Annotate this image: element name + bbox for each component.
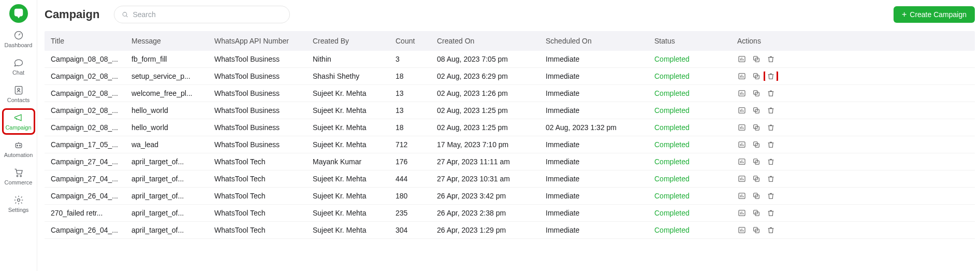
cell-count: 180 (391, 192, 433, 200)
sidebar-item-label: Dashboard (5, 42, 33, 48)
commerce-icon (13, 167, 24, 178)
table-row: Campaign_02_08_...hello_worldWhatsTool B… (45, 102, 975, 119)
cell-actions (733, 72, 785, 81)
cell-scheduled-on: Immediate (542, 158, 650, 166)
svg-point-4 (17, 145, 18, 146)
cell-scheduled-on: Immediate (542, 140, 650, 149)
analytics-button[interactable] (737, 157, 747, 166)
sidebar-item-automation[interactable]: Automation (3, 137, 34, 161)
table-header: Title Message WhatsApp API Number Create… (45, 31, 975, 51)
cell-title: Campaign_02_08_... (45, 72, 127, 80)
search-input[interactable] (133, 10, 282, 19)
col-count: Count (391, 37, 433, 45)
cell-api: WhatsTool Business (210, 106, 309, 115)
cell-status: Completed (650, 209, 733, 217)
cell-message: setup_service_p... (127, 72, 210, 80)
cell-actions (733, 106, 785, 115)
copy-button[interactable] (752, 140, 761, 149)
cell-created-by: Nithin (309, 55, 391, 63)
cell-message: april_target_of... (127, 158, 210, 166)
cell-api: WhatsTool Business (210, 55, 309, 63)
main-content: Campaign + Create Campaign Title Message… (37, 0, 980, 271)
copy-button[interactable] (752, 157, 761, 166)
sidebar-item-contacts[interactable]: Contacts (3, 82, 34, 106)
plus-icon: + (902, 10, 906, 19)
table-row: Campaign_26_04_...april_target_of...What… (45, 222, 975, 239)
cell-api: WhatsTool Business (210, 72, 309, 80)
sidebar-item-settings[interactable]: Settings (3, 192, 34, 216)
cell-created-on: 02 Aug, 2023 1:25 pm (433, 106, 542, 115)
cell-created-by: Sujeet Kr. Mehta (309, 106, 391, 115)
analytics-button[interactable] (737, 72, 747, 81)
copy-button[interactable] (752, 106, 761, 115)
analytics-button[interactable] (737, 225, 747, 235)
analytics-button[interactable] (737, 89, 747, 98)
gear-icon (13, 195, 24, 205)
copy-button[interactable] (752, 191, 761, 201)
analytics-button[interactable] (737, 123, 747, 132)
analytics-button[interactable] (737, 140, 747, 149)
sidebar-item-commerce[interactable]: Commerce (3, 164, 34, 189)
cell-created-on: 26 Apr, 2023 3:42 pm (433, 192, 542, 200)
sidebar-item-campaign[interactable]: Campaign (3, 109, 34, 134)
contacts-icon (13, 85, 24, 95)
cell-title: 270_failed retr... (45, 209, 127, 217)
delete-button[interactable] (766, 106, 776, 115)
copy-button[interactable] (752, 208, 761, 218)
cell-title: Campaign_27_04_... (45, 175, 127, 183)
copy-button[interactable] (752, 72, 761, 81)
cell-count: 235 (391, 209, 433, 217)
cell-actions (733, 191, 785, 201)
cell-api: WhatsTool Tech (210, 226, 309, 234)
copy-button[interactable] (752, 54, 761, 64)
sidebar-item-chat[interactable]: Chat (3, 54, 34, 79)
table-row: Campaign_02_08_...hello_worldWhatsTool B… (45, 119, 975, 136)
cell-created-on: 02 Aug, 2023 6:29 pm (433, 72, 542, 80)
analytics-button[interactable] (737, 208, 747, 218)
copy-button[interactable] (752, 123, 761, 132)
table-row: Campaign_08_08_...fb_form_fillWhatsTool … (45, 51, 975, 68)
delete-button[interactable] (766, 157, 776, 166)
cell-status: Completed (650, 123, 733, 132)
delete-button[interactable] (766, 140, 776, 149)
cell-api: WhatsTool Tech (210, 158, 309, 166)
cell-created-on: 27 Apr, 2023 10:31 am (433, 175, 542, 183)
delete-button[interactable] (766, 174, 776, 183)
delete-button[interactable] (766, 54, 776, 64)
analytics-button[interactable] (737, 191, 747, 201)
svg-point-7 (20, 175, 21, 177)
cell-status: Completed (650, 226, 733, 234)
create-button-label: Create Campaign (910, 10, 967, 19)
cell-created-by: Sujeet Kr. Mehta (309, 140, 391, 149)
delete-button[interactable] (766, 89, 776, 98)
col-title: Title (45, 37, 127, 45)
cell-created-on: 17 May, 2023 7:10 pm (433, 140, 542, 149)
cell-title: Campaign_02_08_... (45, 89, 127, 97)
analytics-button[interactable] (737, 174, 747, 183)
col-status: Status (650, 37, 733, 45)
search-box[interactable] (114, 6, 290, 23)
sidebar-item-dashboard[interactable]: Dashboard (3, 27, 34, 51)
cell-created-by: Sujeet Kr. Mehta (309, 89, 391, 97)
search-icon (122, 11, 128, 18)
analytics-button[interactable] (737, 54, 747, 64)
cell-status: Completed (650, 55, 733, 63)
delete-button[interactable] (766, 225, 776, 235)
cell-actions (733, 140, 785, 149)
cell-actions (733, 208, 785, 218)
cell-api: WhatsTool Tech (210, 192, 309, 200)
create-campaign-button[interactable]: + Create Campaign (894, 6, 975, 23)
cell-status: Completed (650, 89, 733, 97)
delete-button[interactable] (766, 208, 776, 218)
copy-button[interactable] (752, 89, 761, 98)
analytics-button[interactable] (737, 106, 747, 115)
delete-button[interactable] (766, 72, 776, 81)
copy-button[interactable] (752, 225, 761, 235)
dashboard-icon (13, 30, 24, 40)
delete-button[interactable] (766, 191, 776, 201)
delete-button[interactable] (766, 123, 776, 132)
top-bar: Campaign + Create Campaign (45, 3, 975, 26)
cell-title: Campaign_02_08_... (45, 106, 127, 115)
copy-button[interactable] (752, 174, 761, 183)
chat-icon (13, 58, 24, 68)
